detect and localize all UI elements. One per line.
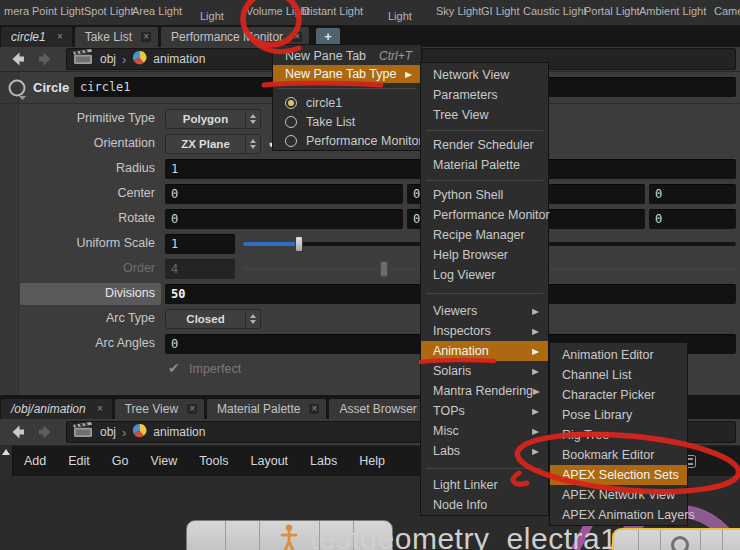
slider-fill: [243, 242, 299, 246]
menubar-item-help[interactable]: Help: [348, 446, 396, 476]
shelf-tool-portal-light[interactable]: Portal Light: [584, 5, 640, 17]
orientation-dropdown[interactable]: ZX Plane: [165, 134, 261, 154]
menu-item-circle1[interactable]: circle1: [273, 93, 421, 112]
menu-item-animation[interactable]: Animation▶: [421, 341, 548, 361]
menu-item-performance-monitor[interactable]: Performance Monitor: [273, 131, 421, 150]
spinner-icon[interactable]: [245, 135, 260, 153]
shelf-tool-sky-light[interactable]: Sky Light: [436, 5, 481, 17]
path-segment-obj[interactable]: obj: [100, 52, 116, 66]
menu-item-apex-network-view[interactable]: APEX Network View: [550, 485, 687, 505]
menubar-item-labs[interactable]: Labs: [299, 446, 348, 476]
menu-item-rig-tree[interactable]: Rig Tree: [550, 425, 687, 445]
spinner-icon[interactable]: [245, 310, 260, 328]
menu-item-tree-view[interactable]: Tree View: [421, 105, 548, 125]
spinner-icon[interactable]: [245, 110, 260, 128]
tab-label: Take List: [85, 27, 132, 47]
menu-item-render-scheduler[interactable]: Render Scheduler: [421, 135, 548, 155]
rotate-x-field[interactable]: 0: [165, 209, 403, 229]
forward-arrow-button[interactable]: [36, 424, 54, 440]
menu-item-light-linker[interactable]: Light Linker: [421, 475, 548, 495]
menu-item-material-palette[interactable]: Material Palette: [421, 155, 548, 175]
shelf-tool-gi-light[interactable]: GI Light: [481, 5, 520, 17]
menu-item-new-pane-tab-type[interactable]: New Pane Tab Type▶: [273, 65, 421, 83]
menu-item-log-viewer[interactable]: Log Viewer: [421, 265, 548, 285]
menu-item-apex-animation-layers[interactable]: APEX Animation Layers: [550, 505, 687, 525]
path-segment-animation[interactable]: animation: [153, 425, 205, 439]
bottom-tab-tree-view[interactable]: Tree View×: [115, 399, 204, 419]
menubar-item-tools[interactable]: Tools: [188, 446, 239, 476]
menu-item-python-shell[interactable]: Python Shell: [421, 185, 548, 205]
param-label: Uniform Scale: [0, 236, 155, 250]
menu-item-parameters[interactable]: Parameters: [421, 85, 548, 105]
menubar-item-layout[interactable]: Layout: [240, 446, 300, 476]
tab-close-button[interactable]: ×: [55, 32, 65, 42]
node-circle1[interactable]: [612, 528, 740, 550]
menu-separator: [421, 285, 548, 301]
tab-close-button[interactable]: ×: [309, 404, 319, 414]
houdini-window: meraPoint LightSpot LightArea LightLight…: [0, 0, 740, 550]
back-arrow-button[interactable]: [9, 51, 27, 67]
bottom-tab-material-palette[interactable]: Material Palette×: [207, 399, 326, 419]
forward-arrow-button[interactable]: [36, 51, 54, 67]
center-x-field[interactable]: 0: [165, 184, 403, 204]
primitive-type-dropdown[interactable]: Polygon: [165, 109, 261, 129]
tab-close-button[interactable]: ×: [187, 404, 197, 414]
menu-item-labs[interactable]: Labs▶: [421, 441, 548, 461]
bottom-tab-obj-animation[interactable]: /obj/animation×: [1, 399, 112, 419]
path-segment-animation[interactable]: animation: [153, 52, 205, 66]
shelf-tool-light[interactable]: Light: [388, 10, 412, 22]
menubar-item-add[interactable]: Add: [13, 446, 57, 476]
menu-item-label: Pose Library: [562, 408, 632, 422]
tab-close-button[interactable]: ×: [95, 404, 105, 414]
shelf-tool-caustic-light[interactable]: Caustic Light: [523, 5, 587, 17]
arc-type-dropdown[interactable]: Closed: [165, 309, 261, 329]
pane-scroll-strip[interactable]: [0, 446, 13, 476]
menu-item-viewers[interactable]: Viewers▶: [421, 301, 548, 321]
menu-item-tops[interactable]: TOPs▶: [421, 401, 548, 421]
back-arrow-button[interactable]: [9, 424, 27, 440]
menu-item-network-view[interactable]: Network View: [421, 65, 548, 85]
menu-item-take-list[interactable]: Take List: [273, 112, 421, 131]
top-tab-circle1[interactable]: circle1×: [1, 27, 72, 47]
menu-item-animation-editor[interactable]: Animation Editor: [550, 345, 687, 365]
center-z-field[interactable]: 0: [649, 184, 736, 204]
menubar-item-go[interactable]: Go: [101, 446, 140, 476]
menu-item-channel-list[interactable]: Channel List: [550, 365, 687, 385]
menu-item-pose-library[interactable]: Pose Library: [550, 405, 687, 425]
menu-item-apex-selection-sets[interactable]: APEX Selection Sets: [550, 465, 687, 485]
slider-handle[interactable]: [295, 236, 303, 252]
menu-item-bookmark-editor[interactable]: Bookmark Editor: [550, 445, 687, 465]
path-segment-obj[interactable]: obj: [100, 425, 116, 439]
circle-node-icon[interactable]: [6, 78, 30, 104]
menu-item-label: Light Linker: [433, 478, 498, 492]
menu-item-solaris[interactable]: Solaris▶: [421, 361, 548, 381]
menu-item-node-info[interactable]: Node Info: [421, 495, 548, 515]
tab-close-button[interactable]: ×: [141, 32, 151, 42]
shelf-tool-came[interactable]: Came: [714, 5, 740, 17]
menu-item-misc[interactable]: Misc▶: [421, 421, 548, 441]
param-label[interactable]: Divisions: [20, 286, 155, 300]
menu-item-performance-monitor[interactable]: Performance Monitor: [421, 205, 548, 225]
checkmark-icon: ✔: [168, 360, 180, 376]
menu-item-new-pane-tab[interactable]: New Pane TabCtrl+T: [273, 47, 421, 65]
menubar-item-view[interactable]: View: [139, 446, 188, 476]
shelf-tool-mera[interactable]: mera: [4, 5, 29, 17]
shelf-tool-spot-light[interactable]: Spot Light: [84, 5, 134, 17]
menu-separator: [273, 83, 421, 93]
menu-item-inspectors[interactable]: Inspectors▶: [421, 321, 548, 341]
menu-item-recipe-manager[interactable]: Recipe Manager: [421, 225, 548, 245]
shelf-tool-ambient-light[interactable]: Ambient Light: [639, 5, 706, 17]
shelf-tool-distant-light[interactable]: Distant Light: [302, 5, 363, 17]
shelf-tool-point-light[interactable]: Point Light: [32, 5, 84, 17]
rotate-z-field[interactable]: 0: [649, 209, 736, 229]
menu-item-help-browser[interactable]: Help Browser: [421, 245, 548, 265]
top-tab-take-list[interactable]: Take List×: [75, 27, 158, 47]
menu-item-character-picker[interactable]: Character Picker: [550, 385, 687, 405]
shelf-tool-volume-light[interactable]: Volume Light: [246, 5, 310, 17]
menubar-item-edit[interactable]: Edit: [57, 446, 101, 476]
menu-item-mantra-rendering[interactable]: Mantra Rendering▶: [421, 381, 548, 401]
shelf-tool-area-light[interactable]: Area Light: [132, 5, 182, 17]
shelf-tool-light[interactable]: Light: [200, 10, 224, 22]
uniform-scale-field[interactable]: 1: [165, 234, 235, 254]
tab-close-button[interactable]: ×: [292, 32, 302, 42]
